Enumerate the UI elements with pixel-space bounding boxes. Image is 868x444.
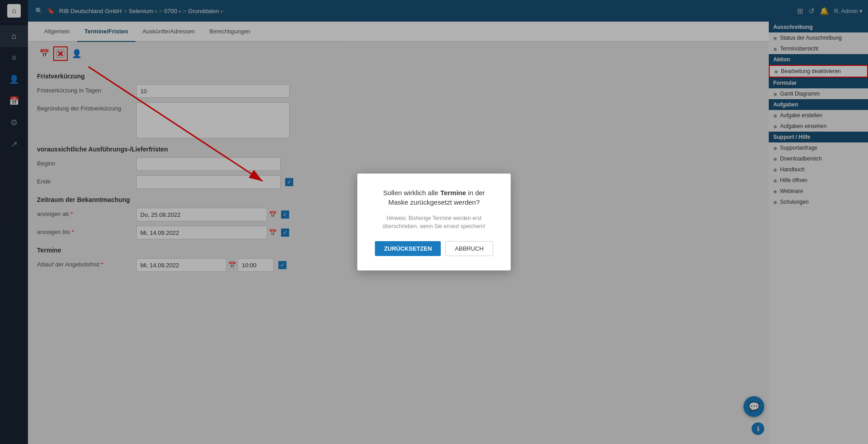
modal-dialog: Sollen wirklich alle Termine in der Mask…	[357, 174, 511, 270]
modal-buttons: ZURÜCKSETZEN ABBRUCH	[375, 241, 493, 256]
modal-overlay[interactable]: Sollen wirklich alle Termine in der Mask…	[0, 0, 868, 444]
modal-cancel-button[interactable]: ABBRUCH	[445, 241, 493, 256]
modal-hint: Hinweis: Bisherige Termine werden erst ü…	[375, 214, 493, 230]
modal-title: Sollen wirklich alle Termine in der Mask…	[375, 188, 493, 207]
modal-reset-button[interactable]: ZURÜCKSETZEN	[375, 241, 441, 256]
modal-keyword: Termine	[440, 189, 466, 197]
